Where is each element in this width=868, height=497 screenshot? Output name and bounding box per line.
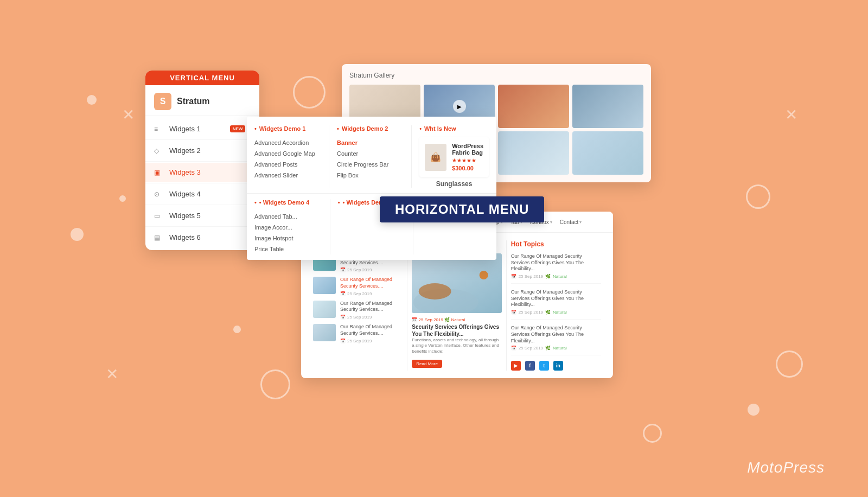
dropdown-item-adv-slider[interactable]: Advanced Slider bbox=[254, 170, 321, 181]
vertical-logo-text: Stratum bbox=[177, 97, 209, 106]
menu-divider-3 bbox=[145, 183, 259, 183]
menu-item-3[interactable]: ▣ Widgets 3 › bbox=[145, 163, 259, 182]
dropdown-col-4: • Widgets Demo 4 Advanced Tab... Image A… bbox=[247, 199, 330, 254]
popular-date-3: 📅 25 Sep 2019 bbox=[340, 315, 403, 320]
product-stars: ★★★★★ bbox=[452, 157, 483, 163]
menu-divider-1 bbox=[145, 139, 259, 140]
dropdown-item-img-accord[interactable]: Image Accor... bbox=[254, 222, 322, 233]
dropdown-item-flipbox[interactable]: Flip Box bbox=[337, 170, 404, 181]
bg-dot-5 bbox=[748, 404, 760, 416]
gallery-item-7[interactable] bbox=[498, 131, 569, 175]
hot-meta-3: 📅 25 Sep 2019 🌿 Natural bbox=[511, 346, 601, 351]
vertical-logo-icon: S bbox=[154, 93, 171, 110]
product-info: WordPress Fabric Bag ★★★★★ $300.00 bbox=[452, 143, 483, 171]
popular-info-4: Our Range Of Managed Security Services..… bbox=[340, 324, 403, 343]
bg-dot-3 bbox=[71, 228, 84, 241]
product-image: 👜 bbox=[425, 144, 446, 171]
popular-news-col: Popular News Our Range Of Managed Securi… bbox=[309, 240, 407, 371]
bg-x-3: ✕ bbox=[106, 365, 118, 383]
popular-info-2: Our Range Of Managed Security Services..… bbox=[340, 277, 403, 296]
twitter-icon[interactable]: t bbox=[539, 361, 549, 371]
menu-item-1[interactable]: ≡ Widgets 1 NEW › bbox=[145, 119, 259, 138]
trending-image bbox=[412, 253, 501, 313]
menu-label-4: Widgets 4 bbox=[169, 190, 248, 198]
menu-icon-6: ▤ bbox=[154, 234, 164, 241]
menu-item-5[interactable]: ▭ Widgets 5 › bbox=[145, 206, 259, 225]
hot-topics-title: Hot Topics bbox=[511, 240, 601, 248]
menu-label-6: Widgets 6 bbox=[169, 233, 248, 241]
dropdown-item-adv-posts[interactable]: Advanced Posts bbox=[254, 159, 321, 170]
bg-x-2: ✕ bbox=[785, 106, 797, 124]
gallery-item-4[interactable] bbox=[572, 85, 643, 128]
hot-post-3[interactable]: Our Range Of Managed Security Services O… bbox=[511, 325, 601, 355]
menu-label-3: Widgets 3 bbox=[169, 168, 248, 176]
dropdown-item-circle[interactable]: Circle Progress Bar bbox=[337, 159, 404, 170]
hot-post-2[interactable]: Our Range Of Managed Security Services O… bbox=[511, 289, 601, 320]
facebook-icon[interactable]: f bbox=[525, 361, 535, 371]
horiz-nav-contact[interactable]: Contact ▾ bbox=[560, 219, 582, 225]
popular-date-1: 📅 25 Sep 2019 bbox=[340, 267, 403, 272]
menu-label-1: Widgets 1 bbox=[169, 125, 230, 133]
menu-items-list: ≡ Widgets 1 NEW › ◇ Widgets 2 › ▣ Widget… bbox=[145, 116, 259, 250]
menu-divider-2 bbox=[145, 161, 259, 162]
menu-icon-4: ⊙ bbox=[154, 190, 164, 198]
menu-item-2[interactable]: ◇ Widgets 2 › bbox=[145, 141, 259, 160]
hot-meta-1: 📅 25 Sep 2019 🌿 Natural bbox=[511, 274, 601, 279]
dropdown-col-3-title: Wht Is New bbox=[419, 125, 489, 132]
popular-info-3: Our Range Of Managed Security Services..… bbox=[340, 301, 403, 320]
gallery-item-8[interactable] bbox=[572, 131, 643, 175]
product-price: $300.00 bbox=[452, 165, 483, 171]
horizontal-menu-label: HORIZONTAL MENU bbox=[380, 196, 544, 222]
svg-point-2 bbox=[480, 271, 488, 279]
menu-label-5: Widgets 5 bbox=[169, 212, 248, 220]
dropdown-col-4-title: • Widgets Demo 4 bbox=[254, 199, 322, 206]
dropdown-item-counter[interactable]: Counter bbox=[337, 148, 404, 159]
dropdown-item-adv-tab[interactable]: Advanced Tab... bbox=[254, 211, 322, 222]
gallery-title: Stratum Gallery bbox=[349, 72, 643, 79]
menu-icon-3: ▣ bbox=[154, 169, 164, 176]
dropdown-col-2-title: Widgets Demo 2 bbox=[337, 125, 404, 132]
dropdown-col-1: Widgets Demo 1 Advanced Accordion Advanc… bbox=[247, 125, 329, 188]
vertical-menu-label: VERTICAL MENU bbox=[145, 71, 259, 85]
menu-icon-2: ◇ bbox=[154, 147, 164, 155]
popular-thumb-3 bbox=[313, 301, 336, 318]
youtube-icon[interactable]: ▶ bbox=[511, 361, 521, 371]
product-card: 👜 WordPress Fabric Bag ★★★★★ $300.00 bbox=[419, 137, 489, 177]
menu-item-6[interactable]: ▤ Widgets 6 › bbox=[145, 228, 259, 247]
trending-news-col: Trendig News 📅 25 Sep 2019 🌿 Natural bbox=[407, 240, 506, 371]
dropdown-col-3: Wht Is New 👜 WordPress Fabric Bag ★★★★★ … bbox=[412, 125, 496, 188]
dropdown-item-img-hotspot[interactable]: Image Hotspot bbox=[254, 233, 322, 244]
popular-thumb-4 bbox=[313, 324, 336, 341]
linkedin-icon[interactable]: in bbox=[553, 361, 563, 371]
menu-icon-5: ▭ bbox=[154, 212, 164, 220]
trending-title: Security Services Offerings Gives You Th… bbox=[412, 323, 501, 337]
product-name2: Sunglasses bbox=[419, 180, 489, 188]
bg-circle-5 bbox=[776, 351, 803, 378]
dropdown-item-adv-accordion[interactable]: Advanced Accordion bbox=[254, 137, 321, 148]
dropdown-item-price-table[interactable]: Price Table bbox=[254, 244, 322, 254]
bg-dot-1 bbox=[87, 95, 97, 105]
dropdown-panel: Widgets Demo 1 Advanced Accordion Advanc… bbox=[247, 117, 496, 260]
bg-dot-4 bbox=[233, 326, 241, 333]
menu-icon-1: ≡ bbox=[154, 125, 164, 133]
bg-dot-2 bbox=[119, 195, 126, 202]
popular-thumb-2 bbox=[313, 277, 336, 294]
gallery-item-3[interactable] bbox=[498, 85, 569, 128]
product-name: WordPress Fabric Bag bbox=[452, 143, 483, 156]
popular-date-2: 📅 25 Sep 2019 bbox=[340, 291, 403, 296]
popular-text-3: Our Range Of Managed Security Services..… bbox=[340, 301, 403, 313]
hot-text-2: Our Range Of Managed Security Services O… bbox=[511, 289, 601, 308]
hot-topics-col: Hot Topics Our Range Of Managed Security… bbox=[507, 240, 605, 371]
bg-circle-3 bbox=[260, 369, 290, 399]
dropdown-item-banner[interactable]: Banner bbox=[337, 137, 404, 148]
vertical-menu-header: S Stratum bbox=[145, 85, 259, 116]
popular-post-4[interactable]: Our Range Of Managed Security Services..… bbox=[313, 324, 403, 343]
svg-point-3 bbox=[419, 283, 451, 300]
read-more-button[interactable]: Read More bbox=[412, 360, 442, 368]
hot-post-1[interactable]: Our Range Of Managed Security Services O… bbox=[511, 253, 601, 284]
popular-post-3[interactable]: Our Range Of Managed Security Services..… bbox=[313, 301, 403, 320]
popular-post-2[interactable]: Our Range Of Managed Security Services..… bbox=[313, 277, 403, 296]
dropdown-col-1-title: Widgets Demo 1 bbox=[254, 125, 321, 132]
menu-item-4[interactable]: ⊙ Widgets 4 › bbox=[145, 184, 259, 203]
dropdown-item-adv-map[interactable]: Advanced Google Map bbox=[254, 148, 321, 159]
